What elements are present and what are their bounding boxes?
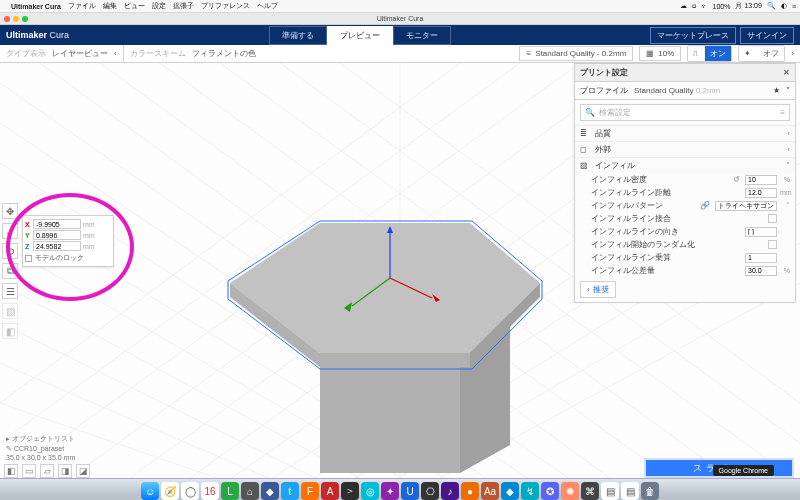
view-front-icon[interactable]: ▭ — [22, 464, 36, 478]
dock-app[interactable]: ♪ — [441, 482, 459, 500]
menubar-wifi-icon[interactable]: ᯤ — [701, 3, 708, 10]
dock-app[interactable]: ● — [461, 482, 479, 500]
custom-support-tool[interactable]: ◧ — [2, 323, 18, 339]
infill-random-checkbox[interactable] — [768, 240, 777, 249]
scale-tool[interactable]: ⤢ — [2, 223, 18, 239]
viewport[interactable]: ✥ ⤢ ⟲ ⧉ ☰ ▧ ◧ X mm Y mm Z mm モデルのロック プリン… — [0, 63, 800, 500]
mac-app-name[interactable]: Ultimaker Cura — [11, 3, 61, 10]
menubar-search-icon[interactable]: 🔍 — [767, 2, 776, 10]
infill-overlap-input[interactable] — [745, 266, 777, 276]
dock-app[interactable]: ◆ — [501, 482, 519, 500]
infill-density-input[interactable] — [745, 175, 777, 185]
chrome-notification[interactable]: Google Chrome — [713, 465, 774, 476]
infill-mult-input[interactable] — [745, 253, 777, 263]
section-infill[interactable]: ▨ インフィル ˅ — [575, 157, 795, 173]
model[interactable] — [228, 221, 542, 473]
pos-z-input[interactable] — [33, 241, 81, 251]
dock-discord[interactable]: ✪ — [541, 482, 559, 500]
menubar-clock[interactable]: 月 13:09 — [735, 1, 761, 11]
dock-app[interactable]: t — [281, 482, 299, 500]
menubar-siri-icon[interactable]: ◐ — [781, 2, 787, 10]
view-top-icon[interactable]: ▱ — [40, 464, 54, 478]
dock-font[interactable]: Aa — [481, 482, 499, 500]
recommend-button[interactable]: ‹ 推奨 — [580, 281, 616, 298]
dock-blender[interactable]: ✺ — [561, 482, 579, 500]
print-profile-chip[interactable]: ≡ Standard Quality - 0.2mm — [519, 46, 633, 61]
dock-app[interactable]: ◎ — [361, 482, 379, 500]
dock-app[interactable]: ↯ — [521, 482, 539, 500]
move-tool[interactable]: ✥ — [2, 203, 18, 219]
view-right-icon[interactable]: ◪ — [76, 464, 90, 478]
chevron-down-icon[interactable]: ˅ — [780, 202, 790, 210]
adhesion-toggle[interactable]: ✦ オフ — [738, 45, 785, 62]
dock-app[interactable]: ⌘ — [581, 482, 599, 500]
dock-app[interactable]: ◆ — [261, 482, 279, 500]
object-list-item[interactable]: ✎ CCR10_paraset — [6, 445, 75, 453]
persettings-tool[interactable]: ☰ — [2, 283, 18, 299]
zoom-window-icon[interactable] — [22, 16, 28, 22]
dock-app[interactable]: ✦ — [381, 482, 399, 500]
marketplace-button[interactable]: マーケットプレース — [650, 27, 736, 44]
tab-preview[interactable]: プレビュー — [327, 26, 393, 45]
dock-cura[interactable]: U — [401, 482, 419, 500]
dock-calendar[interactable]: 16 — [201, 482, 219, 500]
minimize-window-icon[interactable] — [13, 16, 19, 22]
menubar-notifications-icon[interactable]: ≡ — [792, 3, 796, 10]
mac-menu-view[interactable]: ビュー — [124, 1, 145, 11]
tab-monitor[interactable]: モニター — [393, 26, 451, 45]
view-3d-icon[interactable]: ◧ — [4, 464, 18, 478]
infill-line-dist-input[interactable] — [745, 188, 777, 198]
tab-prepare[interactable]: 準備する — [269, 26, 327, 45]
object-list-header[interactable]: ▸ オブジェクトリスト — [6, 434, 75, 444]
dock-app[interactable]: ⌂ — [241, 482, 259, 500]
dock-safari[interactable]: 🧭 — [161, 482, 179, 500]
mac-menu-file[interactable]: ファイル — [68, 1, 96, 11]
dock-doc[interactable]: ▤ — [621, 482, 639, 500]
settings-search[interactable]: 🔍 検索設定 ≡ — [580, 104, 790, 121]
lock-model-row[interactable]: モデルのロック — [25, 253, 111, 263]
chevron-down-icon[interactable]: ˅ — [786, 86, 790, 95]
dock-doc[interactable]: ▤ — [601, 482, 619, 500]
close-panel-icon[interactable]: ✕ — [783, 68, 790, 77]
support-blocker-tool[interactable]: ▧ — [2, 303, 18, 319]
lock-checkbox[interactable] — [25, 255, 32, 262]
menubar-battery[interactable]: 100% — [713, 3, 731, 10]
mirror-tool[interactable]: ⧉ — [2, 263, 18, 279]
rotate-tool[interactable]: ⟲ — [2, 243, 18, 259]
chevron-right-icon[interactable]: › — [791, 49, 794, 58]
dock-app[interactable]: A — [321, 482, 339, 500]
dock-finder[interactable]: ☺ — [141, 482, 159, 500]
mac-menu-edit[interactable]: 編集 — [103, 1, 117, 11]
pos-x-input[interactable] — [33, 219, 81, 229]
profile-value[interactable]: Standard Quality 0.2mm — [634, 86, 767, 95]
chevron-left-icon[interactable]: ‹ — [114, 49, 117, 58]
infill-connect-checkbox[interactable] — [768, 214, 777, 223]
menu-icon[interactable]: ≡ — [780, 108, 785, 117]
viewtype-value[interactable]: レイヤービュー — [52, 48, 108, 59]
link-icon[interactable]: 🔗 — [698, 201, 712, 210]
infill-dir-input[interactable] — [745, 227, 777, 237]
dock-terminal[interactable]: ＞ — [341, 482, 359, 500]
toggle-off[interactable]: オフ — [758, 46, 784, 61]
mac-menu-prefs[interactable]: プリファレンス — [201, 1, 250, 11]
dock-fusion[interactable]: F — [301, 482, 319, 500]
menubar-dropbox-icon[interactable]: ⧈ — [692, 2, 696, 10]
dock-trash[interactable]: 🗑 — [641, 482, 659, 500]
pos-y-input[interactable] — [33, 230, 81, 240]
dock-app[interactable]: ⎔ — [421, 482, 439, 500]
star-icon[interactable]: ★ — [773, 86, 780, 95]
mac-menu-extensions[interactable]: 拡張子 — [173, 1, 194, 11]
reset-icon[interactable]: ↺ — [731, 175, 742, 184]
section-quality[interactable]: ≣ 品質 ‹ — [575, 125, 795, 141]
mac-menu-help[interactable]: ヘルプ — [257, 1, 278, 11]
dock-line[interactable]: L — [221, 482, 239, 500]
infill-chip[interactable]: ▦ 10% — [639, 46, 681, 61]
dock-chrome[interactable]: ◯ — [181, 482, 199, 500]
toggle-on[interactable]: オン — [705, 46, 731, 61]
view-left-icon[interactable]: ◨ — [58, 464, 72, 478]
colorscheme-value[interactable]: フィラメントの色 — [192, 48, 256, 59]
section-shell[interactable]: ◻ 外郭 ‹ — [575, 141, 795, 157]
close-window-icon[interactable] — [4, 16, 10, 22]
menubar-cloud-icon[interactable]: ☁︎ — [680, 2, 687, 10]
support-toggle[interactable]: ⎍ オン — [687, 45, 732, 62]
